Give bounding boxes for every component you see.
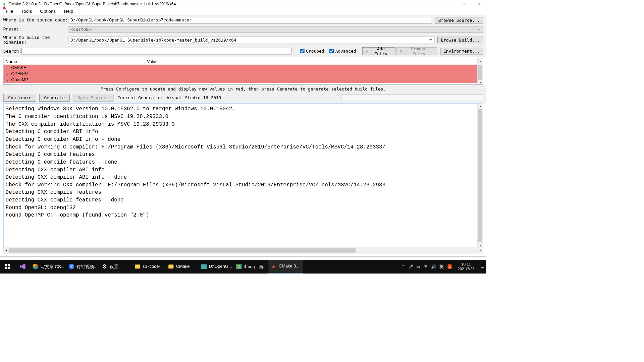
taskbar-item-icon bbox=[33, 263, 39, 269]
scroll-up-icon[interactable]: ▴ bbox=[477, 58, 483, 65]
preset-select[interactable]: <custom> bbox=[69, 26, 483, 33]
window-title: CMake 3.21.0-rc3 - D:/OpenGL/book/OpenGL… bbox=[8, 2, 442, 6]
grouped-checkbox[interactable]: Grouped bbox=[300, 49, 324, 54]
taskbar-item[interactable]: ⚙设置 bbox=[100, 260, 132, 274]
menu-tools[interactable]: Tools bbox=[17, 8, 36, 15]
taskbar-item-label: CMake bbox=[176, 264, 190, 269]
configure-button[interactable]: Configure bbox=[3, 94, 36, 102]
cache-table: Name Value ▴ ▸CMAKE▸OPENGL▸OpenMP ▾ bbox=[3, 58, 483, 85]
cache-group-row[interactable]: ▸OPENGL bbox=[4, 71, 477, 77]
tray-notifications-icon[interactable] bbox=[479, 264, 486, 269]
tray-battery-icon[interactable]: ▭ bbox=[415, 264, 422, 269]
maximize-button[interactable] bbox=[457, 0, 472, 8]
taskbar-item-icon: 🎨 bbox=[236, 263, 242, 269]
add-entry-label: Add Entry bbox=[370, 46, 392, 56]
taskbar-item-label: D:\OpenG... bbox=[209, 264, 232, 269]
tray-ime-indicator[interactable]: 英 bbox=[437, 264, 446, 269]
remove-entry-button[interactable]: ✖ Remove Entry bbox=[396, 47, 437, 55]
configure-hint: Press Configure to update and display ne… bbox=[0, 85, 486, 93]
taskbar-item-label: 设置 bbox=[110, 264, 118, 269]
tray-volume-icon[interactable]: 🔊 bbox=[430, 264, 437, 269]
svg-rect-9 bbox=[481, 265, 484, 267]
column-header-name[interactable]: Name bbox=[4, 58, 145, 65]
cache-group-name: CMAKE bbox=[11, 65, 26, 70]
output-horizontal-scrollbar[interactable]: ◂ ▸ bbox=[4, 248, 483, 253]
source-input[interactable] bbox=[69, 17, 432, 24]
column-header-value[interactable]: Value bbox=[145, 58, 477, 65]
minimize-button[interactable] bbox=[442, 0, 457, 8]
source-label: Where is the source code: bbox=[3, 18, 69, 22]
progress-bar bbox=[341, 95, 483, 101]
generate-button[interactable]: Generate bbox=[39, 94, 70, 102]
taskbar-item-icon: ✆ bbox=[68, 263, 74, 269]
output-vertical-scrollbar[interactable]: ▴ ▾ bbox=[477, 104, 483, 248]
tray-clock[interactable]: 10:11 2021/7/26 bbox=[453, 262, 479, 271]
grouped-checkbox-input[interactable] bbox=[300, 49, 305, 54]
environment-button[interactable]: Environment... bbox=[440, 48, 483, 55]
add-entry-button[interactable]: ✚ Add Entry bbox=[362, 47, 395, 55]
tray-wifi-icon[interactable] bbox=[422, 264, 430, 269]
cache-group-row[interactable]: ▸CMAKE bbox=[4, 65, 477, 71]
close-button[interactable] bbox=[471, 0, 486, 8]
tray-date: 2021/7/26 bbox=[455, 266, 477, 271]
output-text[interactable]: Selecting Windows SDK version 10.0.18362… bbox=[4, 104, 483, 253]
menubar: File Tools Options Help bbox=[0, 8, 486, 15]
tray-chevron-up-icon[interactable]: ˄ bbox=[399, 264, 407, 269]
cache-group-row[interactable]: ▸OpenMP bbox=[4, 77, 477, 83]
open-project-button[interactable]: Open Project bbox=[73, 94, 113, 102]
system-tray: ˄ 🎤 ▭ 🔊 英 S 10:11 2021/7/26 bbox=[399, 260, 486, 274]
browse-build-button[interactable]: Browse Build... bbox=[438, 37, 483, 44]
scroll-up-icon[interactable]: ▴ bbox=[478, 104, 483, 109]
svg-rect-5 bbox=[8, 264, 10, 266]
cache-group-name: OPENGL bbox=[11, 71, 29, 76]
taskbar-item-label: 钉钉视频... bbox=[76, 264, 97, 269]
taskbar-item[interactable]: 写文章-CS... bbox=[31, 260, 67, 274]
taskbar-item[interactable]: D:\OpenG... bbox=[199, 260, 234, 274]
taskbar-item-label: 4.png - 画... bbox=[244, 264, 267, 269]
current-generator-text: Current Generator: Visual Studio 16 2019 bbox=[117, 95, 221, 100]
search-input[interactable] bbox=[21, 48, 291, 55]
taskbar-item-icon bbox=[201, 263, 207, 269]
cache-group-name: OpenMP bbox=[11, 77, 28, 82]
build-label: Where to build the binaries: bbox=[3, 35, 69, 45]
taskbar-item[interactable]: sb7code-... bbox=[132, 260, 166, 274]
expand-icon[interactable]: ▸ bbox=[4, 72, 11, 76]
taskbar-item[interactable]: CMake 3.... bbox=[269, 260, 303, 274]
taskbar-vs-icon[interactable] bbox=[15, 260, 30, 274]
taskbar-item-icon: ⚙ bbox=[102, 263, 108, 269]
taskbar-item[interactable]: 🎨4.png - 画... bbox=[234, 260, 268, 274]
taskbar: 写文章-CS...✆钉钉视频...⚙设置sb7code-...CMakeD:\O… bbox=[0, 260, 486, 274]
tray-app-icon[interactable]: S bbox=[446, 264, 453, 269]
scroll-down-icon[interactable]: ▾ bbox=[478, 80, 483, 85]
browse-source-button[interactable]: Browse Source... bbox=[435, 17, 483, 24]
search-label: Search: bbox=[3, 49, 21, 54]
svg-rect-4 bbox=[5, 264, 7, 266]
expand-icon[interactable]: ▸ bbox=[4, 66, 11, 70]
taskbar-item-label: CMake 3.... bbox=[279, 264, 301, 269]
start-button[interactable] bbox=[0, 260, 15, 274]
scroll-down-icon[interactable]: ▾ bbox=[478, 242, 483, 247]
paths-panel: Where is the source code: Browse Source.… bbox=[0, 15, 486, 57]
svg-rect-1 bbox=[463, 3, 465, 5]
scroll-right-icon[interactable]: ▸ bbox=[478, 248, 483, 253]
taskbar-item-icon bbox=[271, 263, 277, 269]
advanced-checkbox[interactable]: Advanced bbox=[329, 49, 356, 54]
taskbar-item-icon bbox=[135, 263, 141, 269]
menu-options[interactable]: Options bbox=[36, 8, 60, 15]
taskbar-item[interactable]: ✆钉钉视频... bbox=[66, 260, 99, 274]
expand-icon[interactable]: ▸ bbox=[4, 78, 11, 82]
taskbar-item[interactable]: CMake bbox=[166, 260, 199, 274]
menu-help[interactable]: Help bbox=[60, 8, 77, 15]
advanced-checkbox-input[interactable] bbox=[329, 49, 334, 54]
grouped-label: Grouped bbox=[306, 49, 324, 54]
taskbar-item-label: sb7code-... bbox=[143, 264, 164, 269]
scroll-left-icon[interactable]: ◂ bbox=[4, 248, 9, 253]
output-panel: Selecting Windows SDK version 10.0.18362… bbox=[3, 104, 483, 253]
tray-time: 10:11 bbox=[455, 262, 477, 267]
titlebar: CMake 3.21.0-rc3 - D:/OpenGL/book/OpenGL… bbox=[0, 0, 486, 8]
cache-vertical-scrollbar[interactable]: ▾ bbox=[477, 65, 483, 84]
tray-mic-icon[interactable]: 🎤 bbox=[407, 264, 415, 269]
advanced-label: Advanced bbox=[335, 49, 356, 54]
build-input[interactable] bbox=[69, 37, 435, 44]
action-row: Configure Generate Open Project Current … bbox=[0, 93, 486, 104]
